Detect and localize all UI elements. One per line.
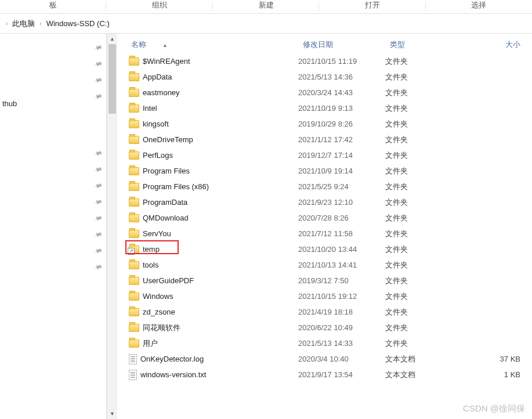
pin-icon[interactable]: 📌 [93, 262, 103, 272]
pin-icon[interactable]: 📌 [93, 92, 103, 101]
table-row[interactable]: UserGuidePDF2019/3/12 7:50文件夹 [117, 273, 532, 288]
table-row[interactable]: 同花顺软件2020/6/22 10:49文件夹 [117, 320, 532, 335]
ribbon-group-clipboard[interactable]: 板 [0, 0, 106, 13]
crumb-drive[interactable]: Windows-SSD (C:) [44, 18, 112, 29]
scroll-track[interactable] [107, 44, 117, 409]
table-row[interactable]: temp2021/10/20 13:44文件夹 [117, 241, 532, 257]
table-row[interactable]: OneDriveTemp2021/1/12 17:42文件夹 [117, 132, 532, 147]
item-type: 文件夹 [385, 197, 472, 208]
nav-scrollbar[interactable]: ▲ ▼ [107, 34, 117, 419]
pin-icon[interactable]: 📌 [93, 75, 103, 85]
item-date: 2021/4/19 18:18 [298, 308, 385, 316]
item-type: 文本文档 [385, 370, 472, 380]
table-row[interactable]: $WinREAgent2021/10/15 11:19文件夹 [117, 53, 532, 69]
folder-icon [129, 167, 139, 175]
item-date: 2020/3/4 10:40 [298, 355, 385, 363]
table-row[interactable]: eastmoney2020/3/24 14:43文件夹 [117, 85, 532, 100]
folder-icon [129, 308, 139, 316]
pin-icon[interactable]: 📌 [93, 214, 103, 223]
item-name: temp [143, 245, 160, 254]
item-name: Program Files (x86) [143, 182, 209, 191]
col-header-date[interactable]: 修改日期 [303, 39, 390, 50]
scroll-thumb[interactable] [108, 44, 116, 114]
ribbon-group-select[interactable]: 选择 [426, 0, 532, 13]
item-type: 文件夹 [385, 103, 472, 114]
folder-icon [129, 277, 139, 285]
nav-item[interactable]: thub [0, 97, 106, 110]
table-row[interactable]: Program Files2021/10/9 19:14文件夹 [117, 163, 532, 179]
item-type: 文件夹 [385, 135, 472, 145]
item-size: 37 KB [472, 355, 532, 363]
item-date: 2021/9/17 13:54 [298, 370, 385, 379]
table-row[interactable]: OnKeyDetector.log2020/3/4 10:40文本文档37 KB [117, 351, 532, 367]
pin-icon[interactable]: 📌 [93, 43, 103, 52]
folder-icon [129, 292, 139, 301]
table-row[interactable]: ServYou2021/7/12 11:58文件夹 [117, 226, 532, 241]
folder-icon [129, 339, 139, 348]
item-date: 2021/10/20 13:44 [298, 245, 385, 254]
chevron-right-icon[interactable]: › [39, 20, 41, 27]
pin-icon[interactable]: 📌 [93, 149, 103, 158]
item-date: 2021/5/25 9:24 [298, 182, 385, 191]
breadcrumb[interactable]: › 此电脑 › Windows-SSD (C:) [0, 14, 532, 34]
item-name: OnKeyDetector.log [140, 355, 204, 363]
table-row[interactable]: windows-version.txt2021/9/17 13:54文本文档1 … [117, 367, 532, 382]
chevron-right-icon[interactable]: › [6, 20, 8, 27]
table-row[interactable]: kingsoft2019/10/29 8:26文件夹 [117, 116, 532, 132]
table-row[interactable]: Intel2021/10/19 9:13文件夹 [117, 100, 532, 116]
pin-icon[interactable]: 📌 [93, 165, 103, 174]
col-header-type[interactable]: 类型 [390, 39, 477, 50]
ribbon: 板 组织 新建 打开 选择 [0, 0, 532, 14]
item-date: 2019/3/12 7:50 [298, 276, 385, 285]
item-name: OneDriveTemp [143, 135, 193, 144]
item-name: Windows [143, 292, 173, 301]
item-size: 1 KB [472, 370, 532, 379]
table-row[interactable]: Program Files (x86)2021/5/25 9:24文件夹 [117, 179, 532, 194]
col-header-name[interactable]: 名称▲ [122, 39, 303, 50]
table-row[interactable]: zd_zsone2021/4/19 18:18文件夹 [117, 304, 532, 320]
pin-icon[interactable]: 📌 [93, 197, 103, 207]
folder-icon [129, 230, 139, 238]
item-date: 2021/10/15 11:19 [298, 57, 385, 66]
folder-icon [129, 183, 139, 191]
ribbon-group-organize[interactable]: 组织 [106, 0, 212, 13]
item-name: 同花顺软件 [143, 323, 180, 333]
item-name: PerfLogs [143, 151, 173, 160]
item-date: 2021/10/15 19:12 [298, 292, 385, 301]
file-icon [129, 370, 137, 380]
table-row[interactable]: ProgramData2021/9/23 12:10文件夹 [117, 194, 532, 210]
item-date: 2020/6/22 10:49 [298, 323, 385, 332]
item-type: 文件夹 [385, 260, 472, 270]
pin-icon[interactable]: 📌 [93, 246, 103, 255]
table-row[interactable]: PerfLogs2019/12/7 17:14文件夹 [117, 147, 532, 163]
col-header-size[interactable]: 大小 [477, 39, 532, 50]
item-date: 2021/10/19 9:13 [298, 104, 385, 113]
item-name: tools [143, 261, 158, 269]
item-type: 文件夹 [385, 88, 472, 98]
item-type: 文件夹 [385, 244, 472, 255]
table-row[interactable]: QMDownload2020/7/28 8:26文件夹 [117, 210, 532, 226]
ribbon-group-new[interactable]: 新建 [213, 0, 319, 13]
pin-icon[interactable]: 📌 [93, 181, 103, 190]
nav-tree[interactable]: thub 📌📌📌📌📌📌📌📌📌📌📌📌 [0, 34, 107, 419]
crumb-this-pc[interactable]: 此电脑 [10, 17, 37, 30]
item-date: 2021/9/23 12:10 [298, 198, 385, 207]
item-date: 2021/10/13 14:41 [298, 261, 385, 269]
table-row[interactable]: Windows2021/10/15 19:12文件夹 [117, 288, 532, 304]
pin-icon[interactable]: 📌 [93, 59, 103, 68]
pin-icon[interactable]: 📌 [93, 230, 103, 239]
table-row[interactable]: AppData2021/5/13 14:36文件夹 [117, 69, 532, 85]
item-date: 2019/10/29 8:26 [298, 120, 385, 128]
item-name: UserGuidePDF [143, 276, 194, 285]
item-date: 2020/7/28 8:26 [298, 214, 385, 222]
folder-icon [129, 73, 139, 81]
ribbon-group-open[interactable]: 打开 [319, 0, 425, 13]
table-row[interactable]: 用户2021/5/13 14:33文件夹 [117, 335, 532, 351]
file-icon [129, 354, 137, 364]
scroll-down-icon[interactable]: ▼ [107, 409, 117, 419]
item-name: kingsoft [143, 120, 169, 128]
scroll-up-icon[interactable]: ▲ [107, 34, 117, 44]
table-row[interactable]: tools2021/10/13 14:41文件夹 [117, 257, 532, 273]
folder-icon [129, 261, 139, 269]
item-name: 用户 [143, 338, 158, 349]
